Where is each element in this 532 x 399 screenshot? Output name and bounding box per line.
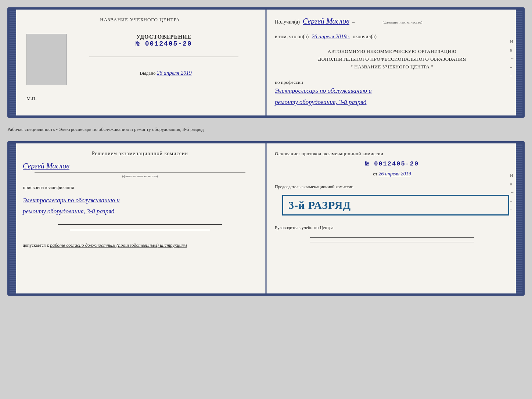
org-line1: АВТОНОМНУЮ НЕКОММЕРЧЕСКУЮ ОРГАНИЗАЦИЮ [275, 48, 509, 56]
prisvoena-line: присвоена квалификация [23, 185, 257, 190]
ot-date: 26 апреля 2019 [378, 171, 411, 177]
stamp-block: 3-й РАЗРЯД [282, 195, 509, 215]
bottom-cert-left: Решением экзаменационной комиссии Сергей… [10, 143, 266, 293]
middle-text: Рабочая специальность - Электрослесарь п… [7, 124, 525, 135]
right-binding-bottom [516, 143, 522, 293]
page-wrapper: НАЗВАНИЕ УЧЕБНОГО ЦЕНТРА УДОСТОВЕРЕНИЕ №… [7, 7, 525, 296]
v-tom-label: в том, что он(а) [275, 34, 309, 40]
top-certificate: НАЗВАНИЕ УЧЕБНОГО ЦЕНТРА УДОСТОВЕРЕНИЕ №… [7, 7, 525, 118]
ot-date-line: от 26 апреля 2019 [275, 171, 509, 177]
dash-1: – [352, 19, 355, 25]
photo-placeholder [26, 34, 67, 85]
dopuskaetsya-block: допускается к работе согласно должностны… [23, 242, 257, 248]
top-cert-left: НАЗВАНИЕ УЧЕБНОГО ЦЕНТРА УДОСТОВЕРЕНИЕ №… [10, 10, 266, 115]
vydano-line: Выдано 26 апреля 2019 [136, 70, 191, 76]
fio-hint-top: (фамилия, имя, отчество) [382, 20, 422, 24]
vydano-date: 26 апреля 2019 [157, 70, 192, 76]
separator-block [23, 222, 257, 232]
right-margin-bottom: И а ← – – [510, 173, 514, 212]
po-professii-label: по профессии [275, 79, 509, 85]
rukovoditel-line2 [310, 242, 474, 242]
bottom-cert-right: Основание: протокол экзаменационной коми… [266, 143, 522, 293]
okonchil-label: окончил(а) [353, 34, 377, 40]
predsedatel-label: Председатель экзаменационной комиссии [275, 184, 353, 189]
org-block: АВТОНОМНУЮ НЕКОММЕРЧЕСКУЮ ОРГАНИЗАЦИЮ ДО… [275, 48, 509, 71]
v-tom-date: 26 апреля 2019г. [312, 33, 350, 40]
ot-label: от [373, 171, 377, 177]
org-line3: " НАЗВАНИЕ УЧЕБНОГО ЦЕНТРА " [275, 63, 509, 71]
predsedatel-block: Председатель экзаменационной комиссии [275, 184, 509, 190]
kvali-block: Электрослесарь по обслуживанию и ремонту… [23, 195, 257, 217]
mp-label: М.П. [23, 96, 36, 101]
rukovoditel-label: Руководитель учебного Центра [275, 225, 509, 231]
bottom-certificate: Решением экзаменационной комиссии Сергей… [7, 141, 525, 296]
divider-2 [58, 224, 222, 225]
left-inner: УДОСТОВЕРЕНИЕ № 0012405-20 Выдано 26 апр… [23, 30, 257, 89]
udostoverenie-number: № 0012405-20 [71, 40, 257, 47]
stamp-big: 3-й РАЗРЯД [288, 199, 503, 211]
osnovanie-title: Основание: протокол экзаменационной коми… [275, 151, 509, 157]
resheniem-title: Решением экзаменационной комиссии [23, 151, 257, 157]
divider-3 [70, 230, 211, 230]
fio-hint-bottom: (фамилия, имя, отчество) [23, 174, 257, 178]
profession-handwritten: Электрослесарь по обслуживанию и ремонту… [275, 85, 509, 108]
profession-line1: Электрослесарь по обслуживанию и [275, 85, 509, 97]
right-margin-letters: И а ← – – [510, 39, 514, 78]
kvali-line1: Электрослесарь по обслуживанию и [23, 195, 257, 206]
protocol-number: № 0012405-20 [275, 160, 509, 167]
kvali-line2: ремонту оборудования, 3-й разряд [23, 206, 257, 217]
rukovoditel-block: Руководитель учебного Центра [275, 225, 509, 244]
left-text-block: УДОСТОВЕРЕНИЕ № 0012405-20 Выдано 26 апр… [71, 30, 257, 76]
divider-1 [89, 57, 238, 57]
v-tom-block: в том, что он(а) 26 апреля 2019г. окончи… [275, 33, 509, 40]
dopuskaetsya-label: допускается к [23, 243, 49, 248]
top-cert-right: Получил(а) Сергей Маслов – (фамилия, имя… [266, 10, 522, 115]
bottom-recipient-name: Сергей Маслов [23, 162, 257, 170]
recipient-name: Сергей Маслов [303, 17, 349, 25]
poluchil-block: Получил(а) Сергей Маслов – (фамилия, имя… [275, 17, 509, 25]
profession-line2: ремонту оборудования, 3-й разряд [275, 97, 509, 108]
divider-bottom-name [35, 172, 245, 172]
poluchil-label: Получил(а) [275, 19, 300, 25]
right-binding-top [516, 10, 522, 115]
dopuskaetsya-text: работе согласно должностным (производств… [50, 242, 187, 248]
bottom-name-block: Сергей Маслов (фамилия, имя, отчество) [23, 162, 257, 178]
udostoverenie-block: УДОСТОВЕРЕНИЕ № 0012405-20 [71, 34, 257, 47]
rukovoditel-line [310, 237, 474, 238]
po-professii-block: по профессии Электрослесарь по обслужива… [275, 79, 509, 108]
school-name-top: НАЗВАНИЕ УЧЕБНОГО ЦЕНТРА [23, 17, 257, 23]
kvali-handwritten: Электрослесарь по обслуживанию и ремонту… [23, 195, 257, 217]
org-line2: ДОПОЛНИТЕЛЬНОГО ПРОФЕССИОНАЛЬНОГО ОБРАЗО… [275, 56, 509, 63]
udostoverenie-title: УДОСТОВЕРЕНИЕ [71, 34, 257, 40]
